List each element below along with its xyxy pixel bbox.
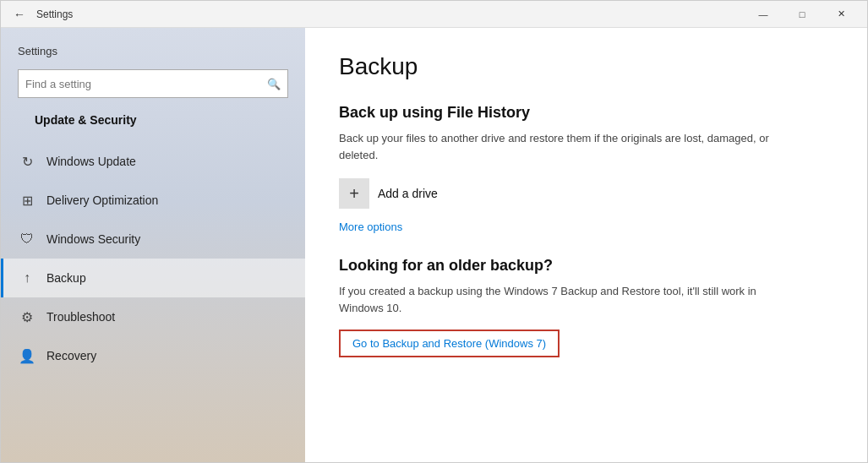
windows-security-icon: 🛡 [18, 232, 36, 247]
main-content: Backup Back up using File History Back u… [305, 28, 867, 462]
sidebar-item-label-windows-security: Windows Security [46, 232, 140, 246]
sidebar-app-title: Settings [18, 45, 288, 57]
older-backup-heading: Looking for an older backup? [339, 257, 833, 275]
window-content: Settings 🔍 Update & Security ↻Windows Up… [1, 28, 867, 462]
windows-update-icon: ↻ [18, 154, 36, 170]
sidebar-item-recovery[interactable]: 👤Recovery [1, 336, 305, 375]
search-input[interactable] [25, 78, 267, 90]
search-box[interactable]: 🔍 [18, 69, 288, 98]
sidebar-item-windows-security[interactable]: 🛡Windows Security [1, 220, 305, 259]
backup-icon: ↑ [18, 270, 36, 286]
recovery-icon: 👤 [18, 348, 36, 364]
maximize-button[interactable]: □ [783, 1, 822, 28]
sidebar-item-label-backup: Backup [46, 271, 86, 285]
settings-window: ← Settings — □ ✕ Settings 🔍 Update & Sec… [0, 0, 868, 463]
add-drive-icon: + [339, 178, 369, 209]
sidebar-item-label-troubleshoot: Troubleshoot [46, 310, 115, 324]
sidebar-item-label-recovery: Recovery [46, 349, 96, 362]
sidebar: Settings 🔍 Update & Security ↻Windows Up… [1, 28, 305, 462]
file-history-heading: Back up using File History [339, 104, 833, 122]
title-bar: ← Settings — □ ✕ [1, 1, 867, 28]
add-drive-button[interactable]: + Add a drive [339, 178, 833, 209]
sidebar-item-troubleshoot[interactable]: ⚙Troubleshoot [1, 297, 305, 336]
sidebar-item-label-delivery-optimization: Delivery Optimization [46, 193, 158, 207]
sidebar-item-delivery-optimization[interactable]: ⊞Delivery Optimization [1, 181, 305, 220]
sidebar-item-backup[interactable]: ↑Backup [1, 259, 305, 297]
sidebar-section-title: Update & Security [18, 113, 288, 127]
older-backup-section: Looking for an older backup? If you crea… [339, 257, 833, 357]
close-button[interactable]: ✕ [822, 1, 860, 28]
nav-list: ↻Windows Update⊞Delivery Optimization🛡Wi… [1, 142, 305, 375]
file-history-section: Back up using File History Back up your … [339, 104, 833, 233]
search-icon: 🔍 [267, 78, 281, 90]
back-button[interactable]: ← [8, 3, 31, 26]
more-options-link[interactable]: More options [339, 221, 833, 233]
page-title: Backup [339, 53, 833, 80]
go-to-backup-button[interactable]: Go to Backup and Restore (Windows 7) [339, 330, 560, 357]
sidebar-item-label-windows-update: Windows Update [46, 155, 136, 168]
minimize-button[interactable]: — [744, 1, 783, 28]
app-title: Settings [36, 8, 73, 20]
sidebar-item-windows-update[interactable]: ↻Windows Update [1, 142, 305, 181]
older-backup-description: If you created a backup using the Window… [339, 283, 778, 316]
window-controls: — □ ✕ [744, 1, 860, 28]
troubleshoot-icon: ⚙ [18, 309, 36, 325]
sidebar-header: Settings 🔍 Update & Security [1, 28, 305, 142]
file-history-description: Back up your files to another drive and … [339, 130, 778, 163]
delivery-optimization-icon: ⊞ [18, 193, 36, 209]
add-drive-label: Add a drive [378, 187, 438, 200]
